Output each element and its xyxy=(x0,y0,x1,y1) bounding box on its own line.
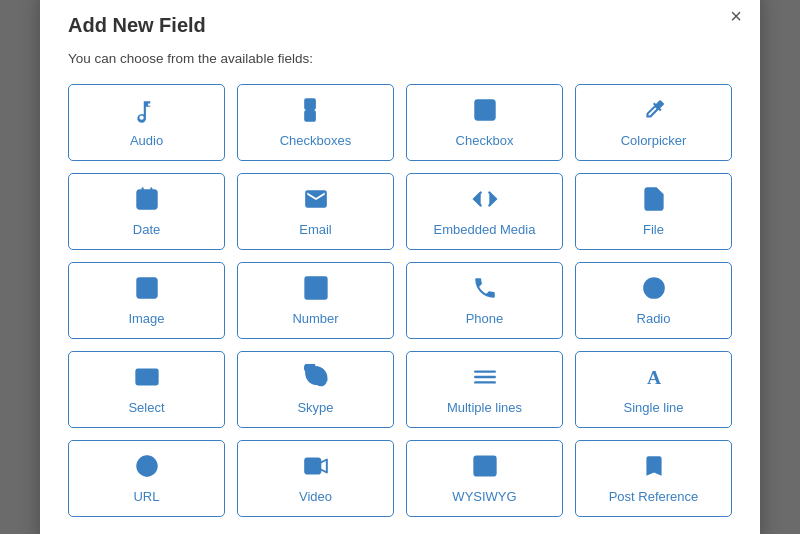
field-label-image: Image xyxy=(128,311,164,326)
colorpicker-icon xyxy=(641,97,667,127)
post-reference-icon xyxy=(641,453,667,483)
embedded-media-icon xyxy=(472,186,498,216)
field-button-post-reference[interactable]: Post Reference xyxy=(575,440,732,517)
select-icon xyxy=(134,364,160,394)
field-button-single-line[interactable]: ASingle line xyxy=(575,351,732,428)
field-label-video: Video xyxy=(299,489,332,504)
video-icon xyxy=(303,453,329,483)
svg-rect-16 xyxy=(305,277,327,299)
audio-icon xyxy=(134,97,160,127)
field-button-url[interactable]: URL xyxy=(68,440,225,517)
field-label-checkbox: Checkbox xyxy=(456,133,514,148)
field-label-audio: Audio xyxy=(130,133,163,148)
field-label-file: File xyxy=(643,222,664,237)
url-icon xyxy=(134,453,160,483)
field-button-number[interactable]: Number xyxy=(237,262,394,339)
file-icon xyxy=(641,186,667,216)
field-label-wysiwyg: WYSIWYG xyxy=(452,489,516,504)
field-button-video[interactable]: Video xyxy=(237,440,394,517)
field-button-image[interactable]: Image xyxy=(68,262,225,339)
multiple-lines-icon xyxy=(472,364,498,394)
checkboxes-icon xyxy=(303,97,329,127)
field-label-date: Date xyxy=(133,222,160,237)
svg-rect-0 xyxy=(305,99,315,109)
phone-icon xyxy=(472,275,498,305)
field-label-skype: Skype xyxy=(297,400,333,415)
field-label-number: Number xyxy=(292,311,338,326)
field-button-select[interactable]: Select xyxy=(68,351,225,428)
email-icon xyxy=(303,186,329,216)
checkbox-icon xyxy=(472,97,498,127)
skype-icon xyxy=(303,364,329,394)
field-button-wysiwyg[interactable]: WYSIWYG xyxy=(406,440,563,517)
svg-point-9 xyxy=(150,198,153,201)
field-button-email[interactable]: Email xyxy=(237,173,394,250)
field-label-email: Email xyxy=(299,222,332,237)
svg-point-7 xyxy=(141,198,144,201)
field-button-radio[interactable]: Radio xyxy=(575,262,732,339)
field-label-multiple-lines: Multiple lines xyxy=(447,400,522,415)
field-button-checkbox[interactable]: Checkbox xyxy=(406,84,563,161)
svg-point-22 xyxy=(649,283,658,292)
field-label-select: Select xyxy=(128,400,164,415)
field-label-post-reference: Post Reference xyxy=(609,489,699,504)
field-button-audio[interactable]: Audio xyxy=(68,84,225,161)
svg-rect-35 xyxy=(305,458,320,473)
svg-rect-2 xyxy=(475,100,495,120)
wysiwyg-icon xyxy=(472,453,498,483)
field-label-embedded-media: Embedded Media xyxy=(434,222,536,237)
field-grid: AudioCheckboxesCheckboxColorpickerDateEm… xyxy=(68,84,732,517)
svg-point-15 xyxy=(141,282,144,285)
svg-point-10 xyxy=(141,203,144,206)
date-icon xyxy=(134,186,160,216)
field-button-colorpicker[interactable]: Colorpicker xyxy=(575,84,732,161)
field-label-phone: Phone xyxy=(466,311,504,326)
close-button[interactable]: × xyxy=(730,6,742,26)
modal-title: Add New Field xyxy=(68,14,732,37)
radio-icon xyxy=(641,275,667,305)
field-button-file[interactable]: File xyxy=(575,173,732,250)
field-button-date[interactable]: Date xyxy=(68,173,225,250)
field-label-url: URL xyxy=(133,489,159,504)
field-button-skype[interactable]: Skype xyxy=(237,351,394,428)
add-new-field-modal: Add New Field × You can choose from the … xyxy=(40,0,760,534)
field-label-colorpicker: Colorpicker xyxy=(621,133,687,148)
svg-point-8 xyxy=(145,198,148,201)
svg-rect-1 xyxy=(305,111,315,121)
field-button-multiple-lines[interactable]: Multiple lines xyxy=(406,351,563,428)
image-icon xyxy=(134,275,160,305)
modal-subtitle: You can choose from the available fields… xyxy=(68,51,732,66)
field-label-single-line: Single line xyxy=(624,400,684,415)
number-icon xyxy=(303,275,329,305)
field-button-checkboxes[interactable]: Checkboxes xyxy=(237,84,394,161)
svg-point-11 xyxy=(145,203,148,206)
field-button-embedded-media[interactable]: Embedded Media xyxy=(406,173,563,250)
field-label-radio: Radio xyxy=(637,311,671,326)
svg-text:A: A xyxy=(646,366,660,387)
field-button-phone[interactable]: Phone xyxy=(406,262,563,339)
single-line-icon: A xyxy=(641,364,667,394)
field-label-checkboxes: Checkboxes xyxy=(280,133,352,148)
